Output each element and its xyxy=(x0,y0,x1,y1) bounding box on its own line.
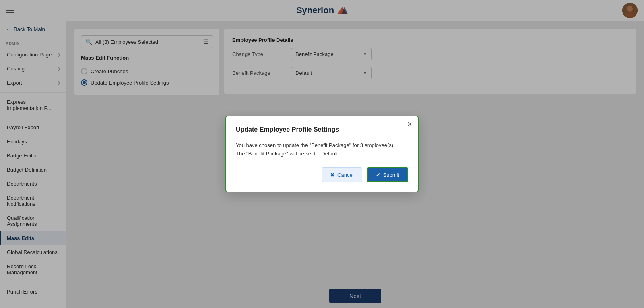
modal-overlay: Update Employee Profile Settings ✕ You h… xyxy=(0,0,644,308)
modal-title: Update Employee Profile Settings xyxy=(236,126,408,133)
modal-body: You have chosen to update the "Benefit P… xyxy=(236,141,408,158)
cancel-icon: ✖ xyxy=(330,172,335,178)
submit-label: Submit xyxy=(383,172,399,178)
cancel-label: Cancel xyxy=(337,172,353,178)
update-profile-modal: Update Employee Profile Settings ✕ You h… xyxy=(225,116,419,193)
modal-body-line1: You have chosen to update the "Benefit P… xyxy=(236,141,408,150)
cancel-button[interactable]: ✖ Cancel xyxy=(322,167,362,182)
submit-icon: ✔ xyxy=(376,172,381,178)
modal-body-line2: The "Benefit Package" will be set to: De… xyxy=(236,150,408,158)
modal-actions: ✖ Cancel ✔ Submit xyxy=(236,167,408,182)
modal-close-button[interactable]: ✕ xyxy=(407,121,412,128)
submit-button[interactable]: ✔ Submit xyxy=(367,167,408,182)
